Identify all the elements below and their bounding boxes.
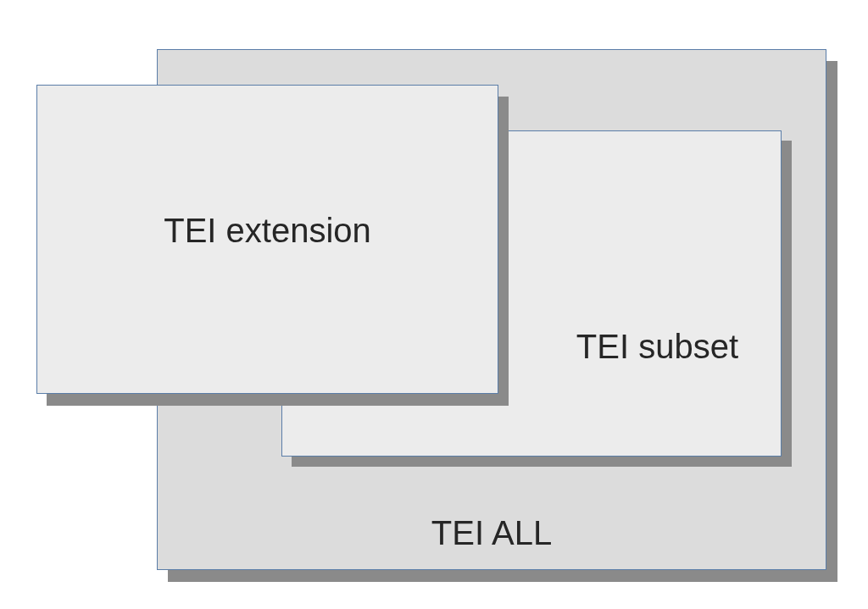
tei-all-label: TEI ALL — [431, 514, 552, 552]
tei-extension-box: TEI extension — [36, 85, 498, 394]
tei-venn-diagram: TEI ALL TEI subset TEI extension — [0, 0, 868, 609]
tei-extension-label: TEI extension — [164, 212, 371, 250]
tei-subset-label: TEI subset — [576, 328, 738, 366]
